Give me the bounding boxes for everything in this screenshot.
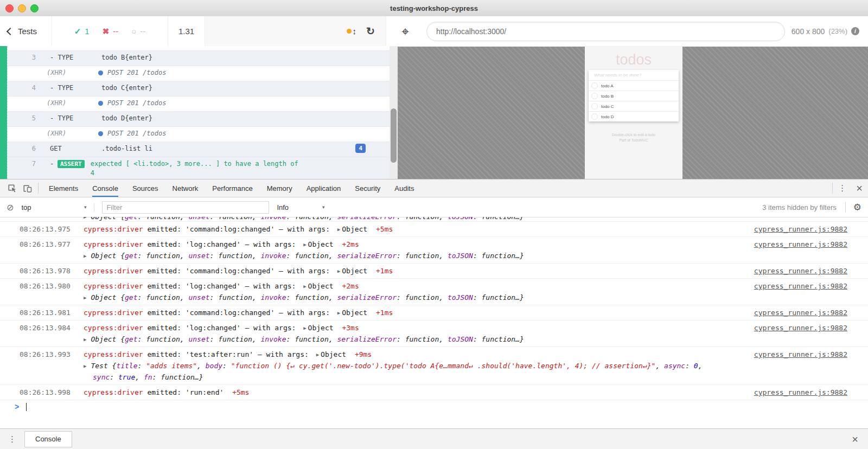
tab-network[interactable]: Network	[173, 179, 199, 197]
command-number: 4	[8, 84, 36, 92]
log-text: – with args:	[241, 324, 301, 332]
pending-stat[interactable]: ○ --	[131, 27, 145, 36]
clear-console-icon[interactable]: ⊘	[7, 202, 14, 213]
log-level-selector[interactable]: Info ▾	[277, 203, 324, 211]
todos-footer-line2: Part of TodoMVC	[585, 138, 682, 143]
command-row[interactable]: (XHR)POST 201 /todos	[8, 66, 390, 81]
tab-application[interactable]: Application	[307, 179, 341, 197]
object-word: Object	[342, 309, 367, 317]
source-link[interactable]: cypress_runner.js:9882	[754, 224, 847, 234]
todo-item[interactable]: todo A	[589, 80, 679, 91]
expand-triangle-icon[interactable]: ▶	[337, 268, 340, 274]
command-number: 6	[8, 145, 36, 152]
command-row[interactable]: (XHR)POST 201 /todos	[8, 127, 390, 142]
source-link[interactable]: cypress_runner.js:9882	[754, 266, 847, 276]
tab-memory[interactable]: Memory	[267, 179, 292, 197]
preview-token: title	[116, 362, 137, 370]
preview-token: : function,	[397, 217, 448, 221]
expand-triangle-icon[interactable]: ▶	[303, 242, 306, 247]
todo-toggle-icon[interactable]	[591, 103, 598, 110]
preview-token: serializeError	[337, 252, 397, 260]
preview-token: : function…}	[473, 293, 524, 302]
drawer-menu-icon[interactable]: ⋮	[0, 434, 24, 444]
failed-stat[interactable]: ✖ --	[103, 27, 119, 36]
source-link[interactable]: cypress_runner.js:9882	[754, 350, 847, 382]
expand-triangle-icon[interactable]: ▶	[337, 310, 340, 316]
app-viewport: todos What needs to be done? todo Atodo …	[585, 47, 682, 179]
source-link[interactable]: cypress_runner.js:9882	[754, 240, 847, 261]
devtools-close-icon[interactable]: ×	[856, 183, 863, 194]
drawer-tab-console[interactable]: Console	[24, 431, 72, 447]
url-bar[interactable]: http://localhost:3000/	[426, 22, 785, 41]
passed-stat[interactable]: ✓ 1	[74, 27, 90, 36]
preview-token: unset	[188, 217, 209, 221]
tab-security[interactable]: Security	[355, 179, 380, 197]
command-row[interactable]: (XHR)POST 201 /todos	[8, 97, 390, 112]
expand-triangle-icon[interactable]: ▶	[84, 337, 86, 342]
todo-item[interactable]: todo D	[589, 111, 679, 121]
todos-footer: Double-click to edit a todo Part of Todo…	[585, 132, 682, 143]
expand-triangle-icon[interactable]: ▶	[303, 284, 306, 289]
log-event: 'command:log:changed'	[186, 225, 275, 233]
reporter-scrollbar[interactable]	[390, 46, 398, 179]
expand-triangle-icon[interactable]: ▶	[303, 325, 306, 331]
expand-triangle-icon[interactable]: ▶	[84, 217, 86, 220]
command-row[interactable]: 6GET.todo-list li4	[8, 142, 390, 157]
console-filter-input[interactable]	[102, 201, 269, 214]
todo-toggle-icon[interactable]	[591, 82, 598, 89]
expand-triangle-icon[interactable]: ▶	[84, 253, 86, 259]
log-timestamp: 08:26:13.993	[20, 350, 84, 382]
command-row[interactable]: 4- TYPEtodo C{enter}	[8, 81, 390, 97]
execution-context-selector[interactable]: top ▾	[21, 203, 94, 211]
log-message: cypress:driver emitted: 'command:log:cha…	[84, 266, 746, 276]
expand-triangle-icon[interactable]: ▶	[84, 363, 86, 369]
inspect-element-icon[interactable]	[4, 184, 20, 193]
reporter-scrollbar-thumb[interactable]	[391, 108, 397, 163]
log-timestamp: 08:26:13.981	[20, 308, 84, 318]
todo-toggle-icon[interactable]	[591, 93, 598, 99]
command-row[interactable]: 3- TYPEtodo B{enter}	[8, 51, 390, 66]
preview-token: toJSON	[448, 293, 473, 302]
preview-token: : function,	[138, 217, 189, 221]
todo-item[interactable]: todo C	[589, 101, 679, 111]
back-to-tests-button[interactable]: Tests	[0, 16, 52, 46]
command-row[interactable]: 7-ASSERTexpected [ <li.todo>, 3 more... …	[8, 157, 390, 179]
devtools-drawer: ⋮ Console ×	[0, 428, 868, 449]
tab-console[interactable]: Console	[92, 179, 118, 197]
log-row: 08:26:13.998cypress:driver emitted: 'run…	[0, 385, 868, 400]
object-preview: ▶Object {get: function, unset: function,…	[84, 293, 746, 303]
source-link[interactable]: cypress_runner.js:9882	[754, 388, 847, 397]
source-link[interactable]: cypress_runner.js:9882	[754, 323, 847, 344]
expand-triangle-icon[interactable]: ▶	[337, 227, 340, 232]
drawer-close-icon[interactable]: ×	[852, 434, 858, 445]
expand-triangle-icon[interactable]: ▶	[84, 295, 86, 300]
selector-playground-button[interactable]: ⌖	[386, 16, 424, 46]
expand-triangle-icon[interactable]: ▶	[316, 352, 319, 357]
gear-icon[interactable]: ⚙	[853, 202, 861, 213]
command-row[interactable]: 5- TYPEtodo D{enter}	[8, 112, 390, 127]
source-link[interactable]: cypress_runner.js:9882	[754, 308, 847, 318]
devtools-menu-icon[interactable]: ⋮	[838, 183, 846, 193]
preview-token: invoke	[261, 335, 286, 343]
tab-performance[interactable]: Performance	[212, 179, 252, 197]
info-icon[interactable]: i	[851, 27, 859, 35]
todo-toggle-icon[interactable]	[591, 113, 598, 120]
log-message: cypress:driver emitted: 'run:end' +5ms	[84, 388, 746, 397]
object-preview: ▶Object {get: function, unset: function,…	[84, 335, 746, 344]
log-body: cypress:driver emitted: 'log:changed' – …	[84, 323, 746, 344]
cypress-toolbar: Tests ✓ 1 ✖ -- ○ -- 1.31 ↕ ↻ ⌖	[0, 16, 868, 47]
tab-sources[interactable]: Sources	[132, 179, 158, 197]
device-toolbar-icon[interactable]	[20, 184, 35, 193]
source-link[interactable]: cypress_runner.js:9882	[754, 281, 847, 303]
tab-elements[interactable]: Elements	[49, 179, 78, 197]
log-text: emitted:	[143, 388, 186, 396]
preview-token: Test {	[91, 362, 116, 370]
new-todo-input[interactable]: What needs to be done?	[589, 70, 679, 80]
app-under-test-pane: todos What needs to be done? todo Atodo …	[398, 46, 868, 179]
console-prompt[interactable]: >	[0, 400, 27, 413]
preview-token: : function,	[138, 252, 189, 260]
tab-audits[interactable]: Audits	[394, 179, 414, 197]
check-icon: ✓	[74, 27, 81, 36]
todo-item[interactable]: todo B	[589, 91, 679, 101]
refresh-icon[interactable]: ↻	[366, 25, 375, 37]
